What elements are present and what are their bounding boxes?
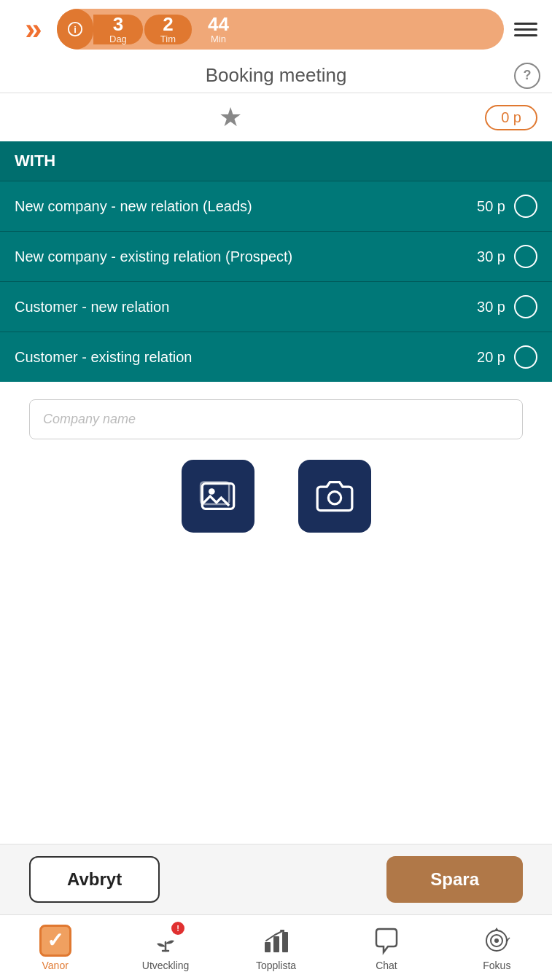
option-radio-1[interactable]	[514, 245, 537, 268]
save-button[interactable]: Spara	[386, 856, 523, 903]
topplista-icon	[260, 925, 292, 957]
chat-icon	[370, 925, 403, 957]
action-buttons	[0, 451, 552, 541]
svg-rect-6	[265, 942, 271, 952]
header: » i 3 Dag 2 Tim 44 Min	[0, 0, 552, 58]
nav-label-chat: Chat	[376, 960, 397, 971]
nav-item-chat[interactable]: Chat	[331, 925, 441, 971]
option-row-2[interactable]: Customer - new relation 30 p	[0, 281, 552, 332]
timer-days: 3 Dag	[93, 15, 143, 44]
option-label-2: Customer - new relation	[15, 299, 169, 315]
bottom-nav: ✓ Vanor ! Utveckling	[0, 914, 552, 980]
option-radio-2[interactable]	[514, 295, 537, 318]
option-radio-3[interactable]	[514, 345, 537, 369]
fokus-icon	[481, 925, 513, 957]
option-points-3: 20 p	[477, 349, 505, 366]
with-header: WITH	[0, 141, 552, 181]
nav-item-vanor[interactable]: ✓ Vanor	[0, 925, 110, 971]
input-section	[0, 382, 552, 451]
options-list: New company - new relation (Leads) 50 p …	[0, 181, 552, 382]
timer-minutes: 44 Min	[192, 15, 245, 44]
timer-segments: 3 Dag 2 Tim 44 Min	[93, 9, 504, 50]
star-rating[interactable]: ★	[219, 102, 242, 133]
with-section: WITH New company - new relation (Leads) …	[0, 141, 552, 382]
company-name-input[interactable]	[29, 399, 523, 439]
stars-points-row: ★ 0 p	[0, 93, 552, 141]
page-title: Booking meeting	[206, 64, 347, 87]
option-points-1: 30 p	[477, 248, 505, 265]
nav-label-utveckling: Utveckling	[142, 960, 190, 971]
option-label-0: New company - new relation (Leads)	[15, 198, 252, 215]
logo: »	[12, 10, 50, 48]
bottom-buttons: Avbryt Spara	[0, 844, 552, 914]
vanor-icon: ✓	[39, 925, 71, 957]
utveckling-icon: !	[149, 925, 182, 957]
svg-text:i: i	[74, 24, 77, 35]
timer-info-icon: i	[57, 9, 93, 50]
main-content: WITH New company - new relation (Leads) …	[0, 141, 552, 687]
svg-point-3	[209, 488, 215, 495]
nav-label-topplista: Topplista	[256, 960, 296, 971]
nav-label-vanor: Vanor	[42, 960, 69, 971]
svg-point-11	[494, 938, 499, 943]
option-row-0[interactable]: New company - new relation (Leads) 50 p	[0, 181, 552, 231]
help-button[interactable]: ?	[514, 63, 540, 89]
option-points-0: 50 p	[477, 198, 505, 215]
option-label-1: New company - existing relation (Prospec…	[15, 248, 292, 265]
option-row-3[interactable]: Customer - existing relation 20 p	[0, 332, 552, 382]
svg-rect-7	[273, 936, 279, 952]
points-badge: 0 p	[485, 105, 537, 130]
nav-item-utveckling[interactable]: ! Utveckling	[110, 925, 220, 971]
nav-item-fokus[interactable]: Fokus	[442, 925, 552, 971]
nav-item-topplista[interactable]: Topplista	[221, 925, 331, 971]
camera-button[interactable]	[298, 460, 371, 533]
svg-point-5	[328, 492, 341, 504]
gallery-button[interactable]	[182, 460, 254, 533]
timer-bar: i 3 Dag 2 Tim 44 Min	[57, 9, 504, 50]
option-radio-0[interactable]	[514, 195, 537, 218]
notification-badge: !	[171, 922, 184, 935]
hamburger-menu[interactable]	[511, 20, 540, 39]
timer-hours: 2 Tim	[144, 15, 192, 44]
svg-rect-8	[282, 932, 288, 952]
nav-label-fokus: Fokus	[483, 960, 510, 971]
option-row-1[interactable]: New company - existing relation (Prospec…	[0, 231, 552, 281]
page-title-row: Booking meeting ?	[0, 58, 552, 93]
option-points-2: 30 p	[477, 299, 505, 315]
option-label-3: Customer - existing relation	[15, 349, 192, 366]
cancel-button[interactable]: Avbryt	[29, 856, 160, 903]
